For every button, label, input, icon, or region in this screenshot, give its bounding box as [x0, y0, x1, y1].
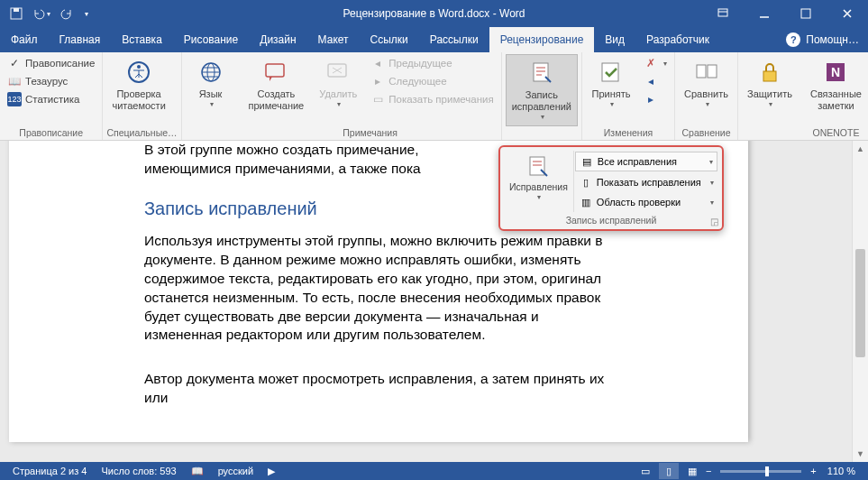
next-change-button[interactable]: ▸ [640, 90, 671, 108]
read-mode-button[interactable]: ▭ [635, 463, 655, 479]
page-status[interactable]: Страница 2 из 4 [5, 466, 94, 476]
svg-rect-3 [801, 9, 810, 18]
dialog-launcher-icon[interactable]: ◲ [710, 217, 718, 226]
tab-file[interactable]: Файл [0, 27, 49, 52]
svg-rect-13 [708, 65, 717, 78]
svg-rect-2 [718, 9, 727, 16]
tab-view[interactable]: Вид [594, 27, 635, 52]
group-label: Изменения [586, 125, 671, 140]
pane-icon: ▥ [579, 195, 593, 209]
close-button[interactable] [827, 0, 868, 27]
vertical-scrollbar[interactable]: ▲ ▼ [852, 141, 868, 462]
protect-button[interactable]: Защитить▾ [742, 54, 798, 113]
svg-point-5 [137, 65, 141, 69]
help-icon[interactable]: ? [786, 32, 800, 47]
readability-button[interactable]: Проверка читаемости [106, 54, 170, 115]
window-controls [702, 0, 868, 27]
group-label: Сравнение [679, 125, 734, 140]
prev-icon: ◂ [644, 74, 658, 88]
group-tracking: Запись исправлений▾ [502, 52, 582, 140]
tab-review[interactable]: Рецензирование [489, 27, 595, 52]
group-accessibility: Проверка читаемости Специальные… [103, 52, 181, 140]
save-button[interactable] [7, 5, 25, 23]
macro-status[interactable]: ▶ [260, 466, 282, 477]
proofing-status[interactable]: 📖 [184, 466, 211, 477]
scroll-thumb[interactable] [855, 249, 865, 357]
web-layout-button[interactable]: ▦ [682, 463, 702, 479]
group-label: Специальные… [106, 125, 177, 140]
macro-icon: ▶ [268, 466, 275, 476]
display-mode-select[interactable]: ▤Все исправления▾ [575, 152, 717, 171]
ribbon-options-button[interactable] [702, 0, 744, 27]
prev-change-button[interactable]: ◂ [640, 72, 671, 90]
spelling-button[interactable]: ✓Правописание [4, 54, 98, 72]
paragraph: Используя инструменты этой группы, можно… [144, 232, 613, 346]
group-compare: Сравнить▾ Сравнение [675, 52, 738, 140]
group-label [506, 126, 578, 141]
svg-rect-8 [266, 64, 284, 77]
delete-comment-button[interactable]: Удалить▾ [313, 54, 363, 113]
doc-icon: ▯ [579, 175, 593, 189]
callout-track-button[interactable]: Исправления▾ [504, 151, 574, 212]
new-comment-button[interactable]: Создать примечание [243, 54, 310, 115]
undo-button[interactable]: ▾ [32, 5, 50, 23]
next-comment-button: ▸Следующее [367, 72, 497, 90]
window-title: Рецензирование в Word.docx - Word [343, 7, 525, 20]
show-comments-button: ▭Показать примечания [367, 90, 497, 108]
minimize-button[interactable] [744, 0, 785, 27]
tell-me-label[interactable]: Помощн… [806, 33, 859, 46]
scroll-up-icon[interactable]: ▲ [853, 141, 868, 157]
statistics-button[interactable]: 123Статистика [4, 90, 98, 108]
tab-home[interactable]: Главная [49, 27, 112, 52]
comment-icon [261, 58, 290, 87]
track-icon [525, 154, 551, 180]
group-label [186, 125, 236, 140]
compare-button[interactable]: Сравнить▾ [679, 54, 734, 113]
compare-icon [692, 58, 721, 87]
group-onenote: N Связанные заметки ONENOTE [801, 52, 868, 140]
count-icon: 123 [7, 92, 22, 106]
group-label: ONENOTE [805, 125, 867, 140]
status-bar: Страница 2 из 4 Число слов: 593 📖 русски… [0, 462, 868, 480]
tab-references[interactable]: Ссылки [360, 27, 419, 52]
group-label [742, 125, 798, 140]
zoom-out-button[interactable]: − [706, 466, 711, 476]
print-layout-button[interactable]: ▯ [659, 463, 679, 479]
word-count[interactable]: Число слов: 593 [94, 466, 183, 476]
onenote-button[interactable]: N Связанные заметки [805, 54, 867, 115]
tab-design[interactable]: Дизайн [249, 27, 306, 52]
tab-mailings[interactable]: Рассылки [419, 27, 489, 52]
maximize-button[interactable] [785, 0, 827, 27]
track-changes-button[interactable]: Запись исправлений▾ [506, 54, 578, 126]
tab-developer[interactable]: Разработчик [635, 27, 720, 52]
prev-icon: ◂ [370, 56, 385, 70]
tracking-callout: Исправления▾ ▤Все исправления▾ ▯Показать… [498, 145, 724, 231]
delete-icon [324, 58, 352, 87]
svg-rect-11 [602, 63, 618, 81]
list-icon: ▤ [580, 154, 594, 169]
paragraph: Автор документа может просмотреть исправ… [144, 370, 613, 408]
check-icon: ✓ [7, 56, 22, 70]
review-pane-button[interactable]: ▥Область проверки▾ [575, 193, 717, 211]
tab-insert[interactable]: Вставка [111, 27, 173, 52]
reject-button[interactable]: ✗▾ [640, 54, 671, 72]
language-button[interactable]: Язык▾ [186, 54, 236, 113]
tab-draw[interactable]: Рисование [173, 27, 249, 52]
language-status[interactable]: русский [211, 466, 260, 476]
ribbon: ✓Правописание 📖Тезаурус 123Статистика Пр… [0, 52, 868, 141]
show-markup-button[interactable]: ▯Показать исправления▾ [575, 173, 717, 191]
group-comments: Создать примечание Удалить▾ ◂Предыдущее … [240, 52, 502, 140]
accept-button[interactable]: Принять▾ [586, 54, 636, 113]
thesaurus-button[interactable]: 📖Тезаурус [4, 72, 98, 90]
accessibility-icon [124, 58, 153, 87]
tab-layout[interactable]: Макет [307, 27, 360, 52]
scroll-down-icon[interactable]: ▼ [853, 446, 868, 462]
qat-customize-icon[interactable]: ▾ [85, 10, 88, 18]
accept-icon [597, 58, 626, 87]
document-area: В этой группе можно создать примечание, … [0, 141, 868, 462]
zoom-level[interactable]: 110 % [820, 466, 863, 476]
zoom-in-button[interactable]: + [810, 466, 816, 476]
zoom-slider[interactable] [720, 470, 801, 473]
onenote-icon: N [821, 58, 850, 87]
redo-button[interactable] [58, 5, 76, 23]
